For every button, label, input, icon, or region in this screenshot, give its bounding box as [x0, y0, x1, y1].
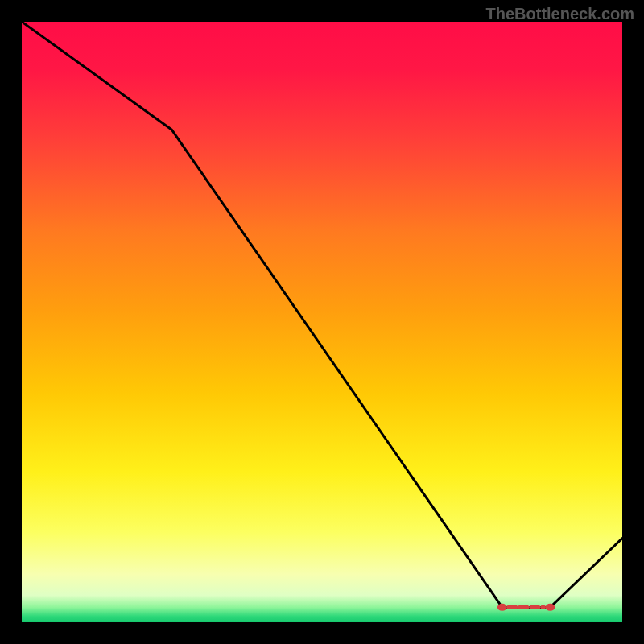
gradient-bg [22, 22, 622, 622]
svg-point-0 [497, 604, 507, 611]
chart-container: TheBottleneck.com [0, 0, 644, 644]
watermark-text: TheBottleneck.com [486, 5, 634, 23]
svg-point-1 [545, 604, 555, 611]
chart-svg [22, 22, 622, 622]
plot-area [22, 22, 622, 622]
